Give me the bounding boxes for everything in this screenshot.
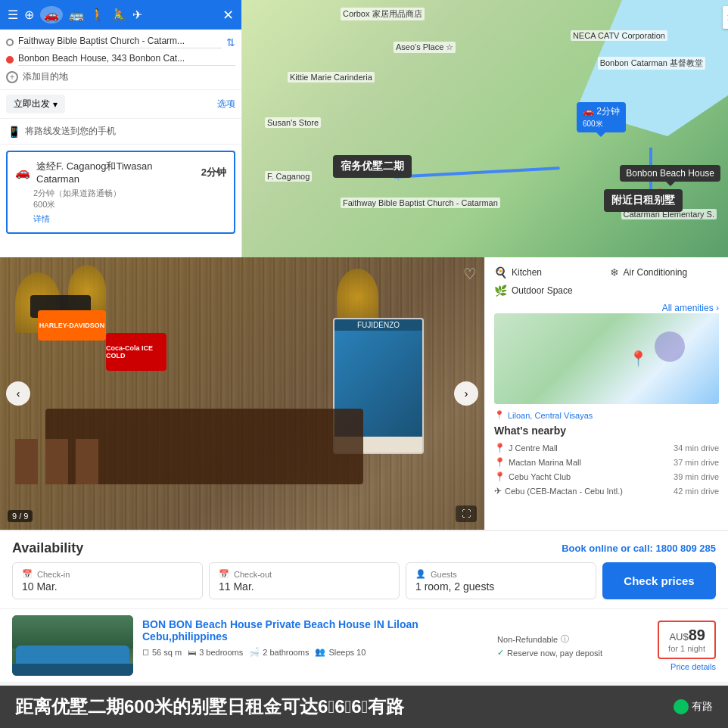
add-destination-row: + 添加目的地 [6,70,235,83]
nav-icons: ☰ ⊕ 🚗 🚌 🚶 🚴 ✈ [8,6,142,23]
car-icon[interactable]: 🚗 [40,6,63,23]
nearby-item-3: 📍 Cebu Yacht Club 39 min drive [494,471,719,482]
nearby-label-badge: 附近日租别墅 [604,189,683,212]
guests-field[interactable]: 👤 Guests 1 room, 2 guests [406,562,596,599]
menu-icon[interactable]: ☰ [8,8,18,22]
guests-icon: 👤 [415,569,426,579]
nearby-item-4: ✈ Cebu (CEB-Mactan - Cebu Intl.) 42 min … [494,486,719,496]
callout-distance: 600米 [583,120,603,128]
bedrooms-label: 3 bedrooms [199,648,243,657]
nearby-icon-4: ✈ [494,486,502,496]
directions-header: ☰ ⊕ 🚗 🚌 🚶 🚴 ✈ ✕ [0,0,241,30]
send-to-phone-row[interactable]: 📱 将路线发送到您的手机 [0,119,241,145]
nearby-left-1: 📍 J Centre Mall [494,443,558,453]
logo-text: 有路 [692,700,713,714]
nearby-left-2: 📍 Mactan Marina Mall [494,457,581,468]
size-label: 56 sq m [152,648,182,657]
travel-time-callout: 🚗 2分钟 600米 [577,102,626,132]
directions-controls: 立即出发 ▾ 选项 [0,90,241,119]
property-label-badge: 宿务优墅二期 [333,155,412,178]
route-line [394,166,560,179]
map-area[interactable]: Corbox 家居用品商店 Aseo's Place ☆ Kittie Mari… [242,0,728,257]
swap-icon[interactable]: ⇅ [226,36,235,48]
nearby-left-4: ✈ Cebu (CEB-Mactan - Cebu Intl.) [494,486,623,496]
banner-logo: 有路 [674,699,713,714]
route-details-link[interactable]: 详情 [15,213,226,225]
bonbon-church-label: Bonbon Catarman 基督教堂 [598,57,705,70]
price-box: AU$89 for 1 night [658,621,716,659]
checkin-label: Check-in [37,570,70,579]
fullscreen-button[interactable]: ⛶ [456,506,477,522]
availability-title: Availability [12,540,83,556]
hotel-spec-bedrooms: 🛏 3 bedrooms [188,647,243,657]
walk-icon[interactable]: 🚶 [90,8,105,22]
callout-time: 🚗 2分钟 [583,106,620,117]
kittie-label: Kittie Marie Carinderia [288,72,375,82]
route-time-text: 2分钟 [201,166,226,179]
next-image-button[interactable]: › [454,381,478,406]
amenity-ac: ❄ Air Conditioning [610,266,720,278]
map-thumb-pin: 📍 [629,350,648,368]
bike-icon[interactable]: 🚴 [111,8,126,22]
nearby-left-3: 📍 Cebu Yacht Club [494,471,571,482]
all-amenities-link[interactable]: All amenities › [494,303,719,313]
destination-callout: Bonbon Beach House [620,165,720,182]
nearby-list: 📍 J Centre Mall 34 min drive 📍 Mactan Ma… [494,443,719,500]
size-icon: ◻ [142,647,149,657]
origin-dot [6,39,14,46]
hotel-image [12,615,133,676]
checkin-value: 10 Mar. [22,580,193,593]
directions-inputs: Faithway Bible Baptist Church - Catarm..… [0,30,241,90]
hotel-spec-size: ◻ 56 sq m [142,647,182,657]
price-row: AU$89 [668,627,705,644]
route-item[interactable]: 🚗 途经F. Caganog和Tiwasan Catarman 2分钟 2分钟（… [6,151,235,234]
checkout-value: 11 Mar. [219,580,390,593]
whats-nearby-title: What's nearby [494,425,719,437]
price-amount: 89 [689,627,705,643]
ac-label: Air Conditioning [624,267,688,278]
price-details-link[interactable]: Price details [670,662,716,671]
favorite-icon[interactable]: ♡ [463,265,477,283]
nearby-icon-2: 📍 [494,457,506,468]
property-details-panel: 🍳 Kitchen ❄ Air Conditioning 🌿 Outdoor S… [484,257,728,530]
check-icon: ✓ [497,648,504,658]
hotel-img-sky [12,615,133,649]
reserve-now: ✓ Reserve now, pay deposit [497,648,649,658]
origin-row: Faithway Bible Baptist Church - Catarm..… [6,36,235,48]
options-button[interactable]: 选项 [217,98,235,110]
hotel-name[interactable]: BON BON Beach House Private Beach House … [142,618,488,642]
hotel-img-base [12,664,133,676]
map-expand-button[interactable]: › [723,6,728,29]
hotel-pricing: AU$89 for 1 night Price details [658,615,716,676]
transit-icon[interactable]: 🚌 [69,8,84,22]
phone-number: 1800 809 285 [655,543,716,554]
add-icon[interactable]: + [6,71,18,83]
map-icon[interactable]: ⊕ [24,8,34,22]
check-prices-button[interactable]: Check prices [602,562,716,599]
nearby-name-1: J Centre Mall [509,443,558,453]
availability-header: Availability Book online or call: 1800 8… [0,531,728,562]
info-icon: ⓘ [561,633,569,645]
prev-image-button[interactable]: ‹ [6,381,30,406]
price-night: for 1 night [668,644,705,653]
route-details-text: 2分钟（如果道路通畅） [15,188,226,199]
flight-icon[interactable]: ✈ [132,8,142,22]
checkout-label: Check-out [234,570,272,579]
checkin-field[interactable]: 📅 Check-in 10 Mar. [12,562,203,599]
calendar-icon: 📅 [22,569,33,579]
close-icon[interactable]: ✕ [222,7,234,23]
depart-button[interactable]: 立即出发 ▾ [6,95,65,114]
checkin-label-row: 📅 Check-in [22,569,193,579]
bar-stool-2 [45,439,68,484]
checkout-label-row: 📅 Check-out [219,569,390,579]
send-to-phone-label: 将路线发送到您的手机 [25,125,116,138]
origin-input[interactable]: Faithway Bible Baptist Church - Catarm..… [18,36,222,48]
map-thumbnail[interactable]: 📍 [494,313,719,404]
booking-controls: 📅 Check-in 10 Mar. 📅 Check-out 11 Mar. 👤… [0,562,728,608]
directions-panel: ☰ ⊕ 🚗 🚌 🚶 🚴 ✈ ✕ Faithway Bible Baptist C… [0,0,242,257]
destination-input[interactable]: Bonbon Beach House, 343 Bonbon Cat... [18,53,235,66]
checkout-field[interactable]: 📅 Check-out 11 Mar. [209,562,400,599]
coke-sign: Coca-Cola ICE COLD [106,333,166,371]
bathrooms-label: 2 bathrooms [263,648,309,657]
susan-label: Susan's Store [265,117,321,128]
